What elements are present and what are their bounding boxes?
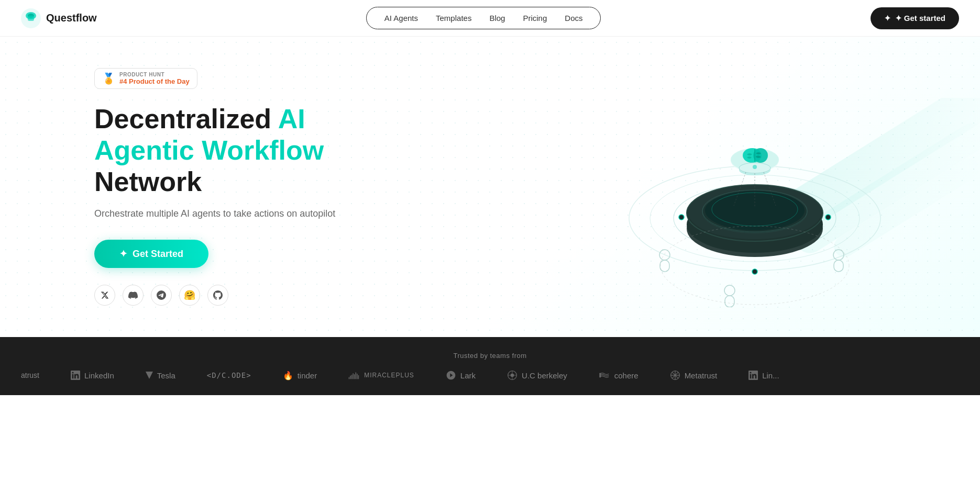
trusted-bar: Trusted by teams from atrust LinkedIn Te…	[0, 337, 980, 395]
cohere-icon	[599, 371, 610, 380]
hero-title-part1: Decentralized	[94, 104, 278, 134]
svg-point-54	[599, 376, 601, 377]
logos-scroll: atrust LinkedIn Tesla <D/C.ODE> 🔥 tinder	[0, 370, 980, 380]
nav-get-started-button[interactable]: ✦ ✦ Get started	[871, 7, 959, 29]
list-item: <D/C.ODE>	[207, 371, 251, 379]
hero-title: Decentralized AI Agentic WorkflowNetwork	[94, 104, 398, 197]
metatrust-partial-icon: atrust	[21, 371, 39, 379]
svg-rect-36	[725, 296, 734, 307]
tesla-icon	[146, 371, 153, 380]
svg-rect-34	[660, 260, 669, 272]
list-item: U.C berkeley	[507, 370, 567, 380]
telegram-icon-button[interactable]	[151, 285, 172, 306]
lark-label: Lark	[460, 371, 476, 380]
svg-rect-47	[358, 375, 359, 379]
list-item: Lark	[446, 370, 476, 380]
lark-icon	[446, 370, 456, 380]
linkedin-label: LinkedIn	[84, 371, 114, 380]
cta-sparkle-icon: ✦	[119, 248, 127, 260]
svg-point-21	[753, 148, 768, 163]
ucberkeley-label: U.C berkeley	[522, 371, 567, 380]
medal-icon: 🏅	[102, 72, 115, 85]
logo-icon	[21, 8, 41, 28]
svg-rect-43	[353, 374, 354, 379]
list-item: cohere	[599, 371, 638, 380]
huggingface-icon-button[interactable]: 🤗	[179, 285, 200, 306]
github-icon-button[interactable]	[207, 285, 228, 306]
discord-icon-button[interactable]	[123, 285, 144, 306]
hero-title-part2: Network	[94, 166, 202, 197]
list-item: Lin...	[748, 371, 779, 380]
github-icon	[213, 290, 223, 300]
linkedin2-icon	[748, 371, 758, 380]
hero-cta-button[interactable]: ✦ Get Started	[94, 240, 208, 268]
hero-left: 🏅 PRODUCT HUNT #4 Product of the Day Dec…	[94, 68, 398, 306]
social-icons: 🤗	[94, 285, 398, 306]
ucberkeley-icon	[507, 370, 517, 380]
sparkle-icon: ✦	[884, 14, 891, 23]
tinder-icon: 🔥	[283, 371, 293, 380]
svg-rect-45	[356, 373, 356, 379]
svg-rect-46	[357, 374, 357, 379]
metatrust-label: Metatrust	[685, 371, 718, 380]
telegram-icon	[157, 290, 166, 300]
linkedin-icon	[71, 371, 80, 380]
list-item: LinkedIn	[71, 371, 114, 380]
list-item: Tesla	[146, 371, 175, 380]
dcode-icon: <D/C.ODE>	[207, 371, 251, 379]
ph-label: PRODUCT HUNT	[119, 72, 190, 77]
ph-rank: #4 Product of the Day	[119, 77, 190, 85]
product-hunt-badge[interactable]: 🏅 PRODUCT HUNT #4 Product of the Day	[94, 68, 197, 89]
svg-rect-41	[350, 376, 350, 379]
nav-blog[interactable]: Blog	[482, 12, 512, 25]
list-item: MIRACLEPLUS	[348, 371, 414, 380]
svg-rect-40	[349, 377, 349, 379]
navbar: Questflow AI Agents Templates Blog Prici…	[0, 0, 980, 37]
nav-cta-label: ✦ Get started	[895, 14, 945, 23]
nav-links: AI Agents Templates Blog Pricing Docs	[366, 7, 601, 29]
svg-point-37	[833, 250, 844, 260]
miracleplus-label: MIRACLEPLUS	[364, 372, 414, 379]
twitter-icon-button[interactable]	[94, 285, 115, 306]
nav-pricing[interactable]: Pricing	[515, 12, 554, 25]
tinder-label: tinder	[298, 371, 317, 380]
logo-text: Questflow	[46, 12, 97, 24]
svg-point-31	[825, 215, 831, 220]
svg-point-30	[752, 269, 757, 274]
svg-point-32	[753, 165, 757, 169]
ph-text: PRODUCT HUNT #4 Product of the Day	[119, 72, 190, 85]
nav-templates[interactable]: Templates	[428, 12, 479, 25]
hero-section: 🏅 PRODUCT HUNT #4 Product of the Day Dec…	[0, 37, 980, 337]
svg-rect-38	[834, 260, 843, 272]
svg-rect-42	[351, 375, 352, 379]
svg-rect-44	[354, 375, 355, 379]
logo[interactable]: Questflow	[21, 8, 97, 28]
hero-subtitle: Orchestrate multiple AI agents to take a…	[94, 207, 398, 221]
discord-icon	[128, 290, 138, 300]
cohere-label: cohere	[614, 371, 638, 380]
metatrust-icon	[670, 370, 680, 380]
trusted-label: Trusted by teams from	[0, 352, 980, 360]
bottom-area	[0, 395, 980, 493]
tesla-label: Tesla	[157, 371, 175, 380]
svg-point-35	[724, 285, 735, 296]
x-icon	[101, 291, 109, 299]
svg-rect-3	[28, 16, 34, 21]
hero-visualization	[582, 77, 938, 297]
huggingface-icon: 🤗	[184, 289, 195, 301]
linkedin2-label: Lin...	[762, 371, 779, 380]
list-item: Metatrust	[670, 370, 718, 380]
list-item: atrust	[21, 371, 39, 379]
miracleplus-icon	[348, 371, 360, 380]
svg-point-29	[679, 215, 684, 220]
nav-ai-agents[interactable]: AI Agents	[377, 12, 425, 25]
platform-illustration	[608, 87, 901, 307]
list-item: 🔥 tinder	[283, 371, 317, 380]
nav-docs[interactable]: Docs	[557, 12, 590, 25]
hero-cta-label: Get Started	[133, 249, 183, 260]
